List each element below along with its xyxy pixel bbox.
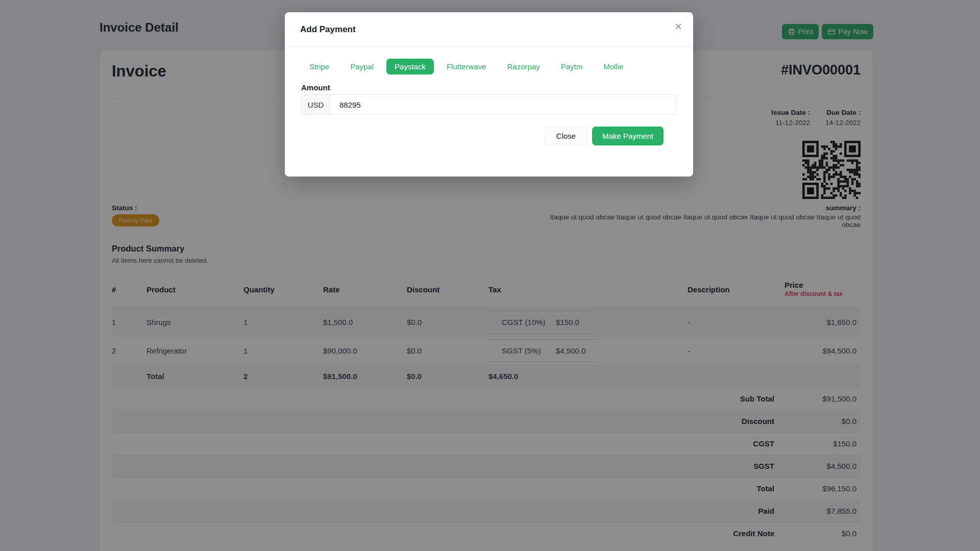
- tab-paystack[interactable]: Paystack: [386, 59, 434, 74]
- tab-flutterwave[interactable]: Flutterwave: [438, 59, 495, 74]
- tab-mollie[interactable]: Mollie: [595, 59, 631, 74]
- close-icon[interactable]: ×: [675, 20, 682, 33]
- amount-input-group: USD: [301, 94, 677, 115]
- add-payment-modal: Add Payment × Stripe Paypal Paystack Flu…: [285, 12, 693, 177]
- tab-razorpay[interactable]: Razorpay: [499, 59, 548, 74]
- tab-paytm[interactable]: Paytm: [553, 59, 591, 74]
- modal-body: Stripe Paypal Paystack Flutterwave Razor…: [285, 47, 693, 145]
- invoice-detail-page: Invoice Detail Print Pay Now Invoice #IN…: [0, 0, 980, 551]
- make-payment-button[interactable]: Make Payment: [592, 127, 664, 145]
- amount-input[interactable]: [330, 94, 677, 115]
- close-button[interactable]: Close: [545, 127, 587, 145]
- amount-label: Amount: [301, 83, 677, 92]
- tab-stripe[interactable]: Stripe: [301, 59, 337, 74]
- modal-actions: Close Make Payment: [301, 115, 677, 145]
- payment-method-tabs: Stripe Paypal Paystack Flutterwave Razor…: [301, 59, 677, 74]
- tab-paypal[interactable]: Paypal: [342, 59, 382, 74]
- modal-header: Add Payment ×: [285, 12, 693, 47]
- currency-prefix: USD: [301, 94, 330, 115]
- modal-title: Add Payment: [300, 24, 356, 35]
